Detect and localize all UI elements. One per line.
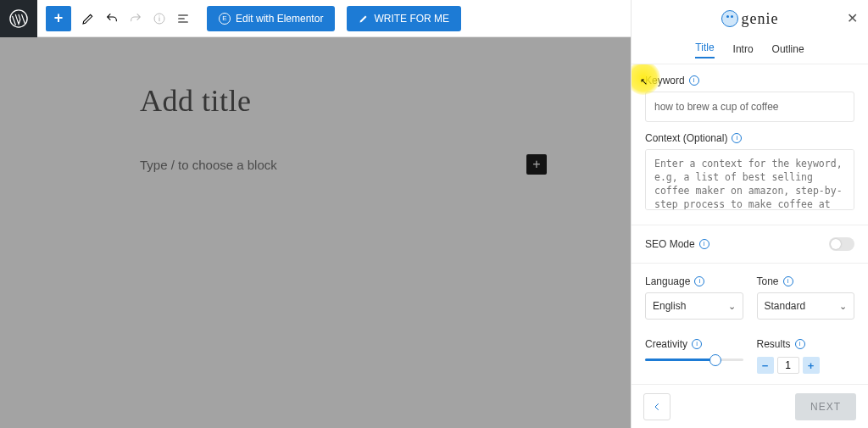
write-for-me-label: WRITE FOR ME [374, 13, 449, 25]
slider-thumb[interactable] [709, 354, 721, 366]
chevron-down-icon: ⌄ [839, 301, 847, 312]
wordpress-logo[interactable] [0, 0, 37, 37]
creativity-slider[interactable] [645, 359, 743, 361]
redo-icon[interactable] [124, 0, 147, 37]
genie-logo: genie [721, 10, 779, 28]
chevron-left-icon [652, 402, 662, 412]
info-icon[interactable]: i [694, 276, 704, 286]
tone-label: Tone i [757, 275, 855, 287]
language-label: Language i [645, 275, 743, 287]
info-icon[interactable]: i [783, 276, 793, 286]
creativity-label: Creativity i [645, 338, 743, 350]
pen-icon [359, 14, 369, 24]
edit-mode-icon[interactable] [76, 0, 100, 37]
info-icon[interactable]: i [689, 75, 699, 86]
info-icon[interactable]: i [692, 339, 702, 349]
genie-face-icon [721, 10, 738, 27]
info-icon[interactable]: i [699, 239, 709, 249]
editor-canvas: Add title Type / to choose a block + [0, 37, 631, 428]
panel-header: genie ✕ [632, 0, 868, 37]
close-icon[interactable]: ✕ [847, 10, 858, 26]
seo-mode-row: SEO Mode i [645, 237, 854, 251]
add-block-button[interactable]: + [46, 6, 71, 31]
keyword-label: Keyword i [645, 75, 854, 86]
write-for-me-button[interactable]: WRITE FOR ME [347, 6, 461, 31]
undo-icon[interactable] [100, 0, 124, 37]
tab-outline[interactable]: Outline [772, 43, 804, 58]
info-icon[interactable] [147, 0, 171, 37]
chevron-down-icon: ⌄ [728, 301, 736, 312]
seo-mode-label: SEO Mode i [645, 238, 709, 250]
edit-with-elementor-button[interactable]: E Edit with Elementor [207, 6, 335, 31]
panel-footer: NEXT [632, 384, 868, 428]
genie-panel: genie ✕ Title Intro Outline Keyword i Co… [631, 0, 868, 428]
genie-brand-text: genie [742, 10, 779, 28]
seo-mode-toggle[interactable] [829, 237, 854, 251]
context-input[interactable] [645, 149, 854, 210]
panel-tabs: Title Intro Outline [632, 37, 868, 64]
language-select[interactable]: English ⌄ [645, 292, 743, 320]
info-icon[interactable]: i [795, 339, 805, 349]
decrement-button[interactable]: − [757, 357, 774, 374]
increment-button[interactable]: + [803, 357, 820, 374]
modal-backdrop[interactable] [0, 37, 631, 428]
edit-with-elementor-label: Edit with Elementor [236, 13, 323, 25]
elementor-icon: E [219, 13, 231, 25]
document-outline-icon[interactable] [171, 0, 195, 37]
tone-select[interactable]: Standard ⌄ [757, 292, 855, 320]
results-value[interactable]: 1 [777, 357, 799, 374]
keyword-input[interactable] [645, 92, 854, 122]
info-icon[interactable]: i [732, 133, 742, 143]
back-button[interactable] [643, 393, 670, 420]
results-label: Results i [757, 338, 855, 350]
results-stepper: − 1 + [757, 357, 855, 374]
panel-body: Keyword i Context (Optional) i SEO Mode … [632, 64, 868, 384]
tab-intro[interactable]: Intro [733, 43, 754, 58]
next-button[interactable]: NEXT [795, 393, 856, 420]
context-label: Context (Optional) i [645, 132, 854, 144]
tab-title[interactable]: Title [695, 42, 714, 58]
